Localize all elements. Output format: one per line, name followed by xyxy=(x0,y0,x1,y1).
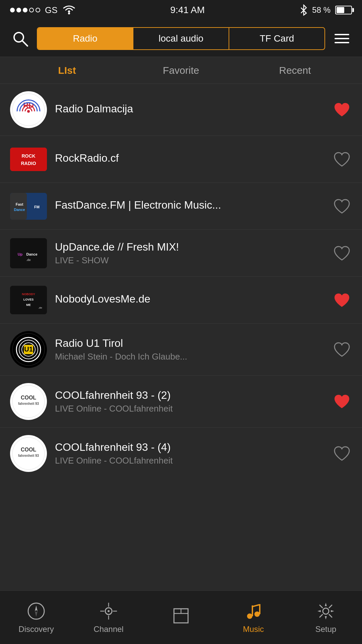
station-logo: Up Dance .de xyxy=(10,238,47,268)
svg-text:.de: .de xyxy=(26,258,31,262)
signal-dot-3 xyxy=(23,8,27,12)
status-time: 9:41 AM xyxy=(170,5,205,15)
gear-icon xyxy=(316,601,336,621)
nav-music[interactable]: Music xyxy=(217,601,290,634)
nav-label-discovery: Discovery xyxy=(18,625,54,634)
svg-text:Up: Up xyxy=(18,252,23,256)
station-info: FastDance.FM | Electronic Music... xyxy=(47,199,332,213)
list-item[interactable]: NOBODY LOVES ME .de NobodyLovesMe.de xyxy=(0,277,362,324)
svg-point-5 xyxy=(27,110,30,113)
station-name: Radio U1 Tirol xyxy=(55,337,324,350)
heart-empty-icon xyxy=(333,151,351,167)
station-info: UpDance.de // Fresh MIX! LIVE - SHOW xyxy=(47,241,332,266)
station-sub: LIVE - SHOW xyxy=(55,255,324,266)
favorite-button[interactable] xyxy=(332,443,352,464)
tab-tf-card[interactable]: TF Card xyxy=(229,28,324,49)
box-icon xyxy=(171,606,191,626)
svg-marker-37 xyxy=(35,611,38,617)
svg-point-39 xyxy=(108,610,110,612)
station-logo: COOL fahrenheit 93 xyxy=(10,383,47,420)
favorite-button[interactable] xyxy=(332,196,352,216)
list-item[interactable]: COOL fahrenheit 93 COOLfahrenheit 93 - (… xyxy=(0,376,362,428)
station-info: COOLfahrenheit 93 - (4) LIVE Online - CO… xyxy=(47,441,332,466)
station-name: UpDance.de // Fresh MIX! xyxy=(55,241,324,253)
bluetooth-icon xyxy=(300,4,307,16)
signal-dots xyxy=(10,8,40,12)
svg-rect-6 xyxy=(10,148,47,171)
station-name: COOLfahrenheit 93 - (2) xyxy=(55,389,324,401)
nav-box[interactable] xyxy=(145,606,217,629)
svg-rect-50 xyxy=(259,604,260,614)
station-logo: Fast Dance FM xyxy=(10,193,47,220)
list-item[interactable]: Fast Dance FM FastDance.FM | Electronic … xyxy=(0,183,362,230)
station-name: RockRadio.cf xyxy=(55,152,324,164)
bottom-nav: Discovery Channel xyxy=(0,590,362,644)
svg-point-52 xyxy=(323,608,329,614)
station-list: RD Radio Dalmacija ROCK RADIO xyxy=(0,84,362,479)
station-sub: Michael Stein - Doch Ich Glaube... xyxy=(55,352,324,362)
nav-channel[interactable]: Channel xyxy=(72,601,145,634)
tab-local-audio[interactable]: local audio xyxy=(133,28,229,49)
svg-text:Dance: Dance xyxy=(14,208,25,212)
svg-point-32 xyxy=(12,437,45,470)
heart-empty-icon xyxy=(333,198,351,214)
favorite-button[interactable] xyxy=(332,290,352,310)
station-name: COOLfahrenheit 93 - (4) xyxy=(55,441,324,453)
favorite-button[interactable] xyxy=(332,339,352,360)
nav-label-channel: Channel xyxy=(94,625,123,634)
svg-text:Fast: Fast xyxy=(16,202,23,206)
nav-discovery[interactable]: Discovery xyxy=(0,601,72,634)
svg-text:FM: FM xyxy=(34,205,40,209)
station-info: NobodyLovesMe.de xyxy=(47,293,332,307)
svg-text:U1: U1 xyxy=(24,345,33,353)
svg-text:fahrenheit 93: fahrenheit 93 xyxy=(18,454,39,458)
svg-text:ME: ME xyxy=(26,303,31,307)
list-item[interactable]: Up Dance .de UpDance.de // Fresh MIX! LI… xyxy=(0,230,362,277)
favorite-button[interactable] xyxy=(332,149,352,169)
svg-text:COOL: COOL xyxy=(21,395,36,400)
subtab-list[interactable]: LIst xyxy=(10,65,124,76)
list-item[interactable]: RD Radio Dalmacija xyxy=(0,84,362,136)
menu-button[interactable] xyxy=(332,29,352,49)
favorite-button[interactable] xyxy=(332,391,352,412)
signal-dot-5 xyxy=(36,8,40,12)
heart-filled-icon xyxy=(333,102,351,118)
sub-tabs: LIst Favorite Recent xyxy=(0,57,362,84)
svg-text:RADIO: RADIO xyxy=(21,161,36,166)
status-left: GS xyxy=(10,5,75,15)
tab-radio[interactable]: Radio xyxy=(38,28,133,49)
station-logo: U1 xyxy=(10,331,47,368)
signal-dot-1 xyxy=(10,8,15,12)
svg-point-29 xyxy=(12,385,45,418)
heart-empty-icon xyxy=(333,341,351,358)
search-button[interactable] xyxy=(10,29,30,49)
music-icon xyxy=(243,601,263,621)
station-logo: NOBODY LOVES ME .de xyxy=(10,286,47,314)
subtab-recent[interactable]: Recent xyxy=(238,65,352,76)
ham-line-3 xyxy=(335,42,349,43)
svg-point-48 xyxy=(254,611,260,617)
svg-line-2 xyxy=(22,41,27,46)
svg-point-47 xyxy=(247,613,252,619)
station-info: RockRadio.cf xyxy=(47,152,332,166)
list-item[interactable]: COOL fahrenheit 93 COOLfahrenheit 93 - (… xyxy=(0,428,362,479)
nav-setup[interactable]: Setup xyxy=(290,601,362,634)
svg-text:NOBODY: NOBODY xyxy=(22,292,35,296)
list-item[interactable]: ROCK RADIO RockRadio.cf xyxy=(0,136,362,183)
ham-line-1 xyxy=(335,34,349,35)
station-logo: COOL fahrenheit 93 xyxy=(10,435,47,472)
station-name: FastDance.FM | Electronic Music... xyxy=(55,199,324,211)
favorite-button[interactable] xyxy=(332,243,352,263)
source-tabs: Radio local audio TF Card xyxy=(37,27,325,50)
station-logo: RD xyxy=(10,91,47,128)
nav-label-setup: Setup xyxy=(315,625,337,634)
svg-rect-10 xyxy=(10,193,27,220)
top-bar: Radio local audio TF Card xyxy=(0,20,362,57)
nav-label-music: Music xyxy=(243,625,264,634)
svg-text:.de: .de xyxy=(38,306,42,309)
list-item[interactable]: U1 Radio U1 Tirol Michael Stein - Doch I… xyxy=(0,324,362,376)
favorite-button[interactable] xyxy=(332,100,352,120)
subtab-favorite[interactable]: Favorite xyxy=(124,65,238,76)
battery-text: 58 % xyxy=(312,5,330,15)
svg-text:fahrenheit 93: fahrenheit 93 xyxy=(18,402,39,406)
